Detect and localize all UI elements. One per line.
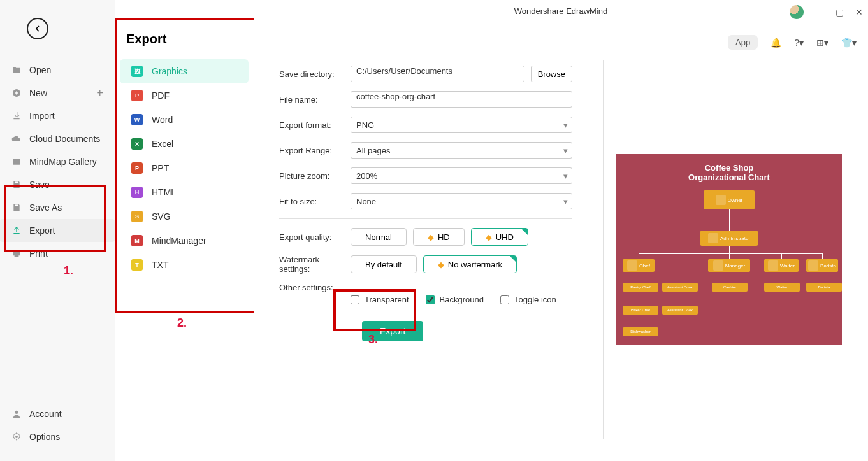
annotation-3: 3. bbox=[368, 333, 378, 346]
annotation-box-1 bbox=[4, 185, 106, 252]
user-icon bbox=[11, 409, 22, 419]
quality-uhd[interactable]: ◆UHD bbox=[471, 228, 528, 246]
sidebar-item-gallery[interactable]: MindMap Gallery bbox=[0, 150, 115, 173]
org-pastry-chef: Pastry Chef bbox=[623, 283, 658, 292]
annotation-1: 1. bbox=[64, 264, 73, 278]
browse-button[interactable]: Browse bbox=[531, 66, 572, 82]
help-dropdown[interactable]: ?▾ bbox=[794, 38, 804, 48]
folder-icon bbox=[11, 65, 22, 75]
sidebar-item-import[interactable]: Import bbox=[0, 104, 115, 127]
sidebar-label: New bbox=[29, 88, 47, 98]
sidebar-label: Cloud Documents bbox=[29, 134, 100, 144]
org-dishwasher: Dishwasher bbox=[623, 327, 658, 336]
premium-icon: ◆ bbox=[428, 232, 434, 242]
watermark-none[interactable]: ◆No wartermark bbox=[423, 255, 517, 273]
fit-label: Fit to size: bbox=[279, 197, 351, 206]
plus-circle-icon bbox=[11, 88, 22, 98]
watermark-label: Watermark settings: bbox=[279, 255, 351, 274]
gallery-icon bbox=[11, 157, 22, 167]
back-button[interactable] bbox=[27, 18, 48, 39]
org-asst-cook2: Assistant Cook bbox=[662, 306, 698, 315]
svg-rect-1 bbox=[13, 159, 20, 164]
sidebar-item-options[interactable]: Options bbox=[0, 425, 115, 448]
org-cashier: Cashier bbox=[712, 283, 748, 292]
save-dir-input[interactable]: C:/Users/User/Documents bbox=[351, 66, 524, 82]
chart-subtitle: Organizational Chart bbox=[616, 173, 842, 182]
file-name-input[interactable]: coffee-shop-org-chart bbox=[351, 91, 572, 108]
add-icon[interactable]: + bbox=[96, 87, 103, 100]
watermark-default[interactable]: By default bbox=[351, 255, 417, 273]
sidebar-label: Account bbox=[29, 409, 62, 419]
sidebar-item-open[interactable]: Open bbox=[0, 59, 115, 82]
org-admin: Administrator bbox=[700, 230, 758, 246]
bell-icon[interactable]: 🔔 bbox=[770, 38, 781, 48]
save-dir-label: Save directory: bbox=[279, 69, 351, 79]
premium-icon: ◆ bbox=[438, 260, 444, 269]
sidebar-item-cloud[interactable]: Cloud Documents bbox=[0, 127, 115, 150]
org-waiter: Waiter bbox=[764, 259, 799, 272]
import-icon bbox=[11, 111, 22, 121]
main-area: Wondershare EdrawMind — ▢ ✕ App 🔔 ?▾ ⊞▾ … bbox=[254, 0, 868, 461]
sidebar-label: Options bbox=[29, 432, 60, 442]
sidebar-label: Import bbox=[29, 111, 55, 121]
file-name-label: File name: bbox=[279, 95, 351, 104]
fit-select[interactable]: None bbox=[351, 193, 572, 209]
preview-image: Coffee Shop Organizational Chart Owner A… bbox=[616, 154, 842, 345]
close-button[interactable]: ✕ bbox=[855, 7, 863, 17]
zoom-select[interactable]: 200% bbox=[351, 167, 572, 184]
app-button[interactable]: App bbox=[728, 35, 758, 50]
gear-icon bbox=[11, 432, 22, 442]
zoom-label: Picture zoom: bbox=[279, 171, 351, 181]
premium-icon: ◆ bbox=[486, 232, 492, 242]
sidebar-label: Open bbox=[29, 65, 51, 75]
org-barista: Barista bbox=[806, 259, 838, 272]
svg-rect-2 bbox=[15, 181, 18, 183]
annotation-box-3 bbox=[333, 289, 416, 331]
chk-toggle[interactable]: Toggle icon bbox=[500, 295, 556, 304]
arrow-left-icon bbox=[33, 24, 43, 34]
chk-background[interactable]: Background bbox=[426, 295, 484, 304]
app-title: Wondershare EdrawMind bbox=[254, 0, 868, 16]
left-sidebar: Open New + Import Cloud Documents MindMa… bbox=[0, 0, 115, 461]
svg-point-5 bbox=[15, 436, 18, 438]
sidebar-item-account[interactable]: Account bbox=[0, 402, 115, 425]
range-label: Export Range: bbox=[279, 146, 351, 155]
export-panel: Export 🖼 Graphics P PDF W Word X Excel P… bbox=[115, 0, 254, 461]
org-waiter2: Waiter bbox=[764, 283, 800, 292]
preview-pane: Coffee Shop Organizational Chart Owner A… bbox=[603, 60, 855, 439]
org-barista2: Barista bbox=[806, 283, 842, 292]
org-baker-chef: Baker Chef bbox=[623, 306, 658, 315]
org-asst-cook: Assistant Cook bbox=[662, 283, 698, 292]
export-form: Save directory: C:/Users/User/Documents … bbox=[279, 66, 572, 341]
annotation-box-2 bbox=[115, 18, 261, 313]
divider bbox=[279, 218, 572, 219]
quality-label: Export quality: bbox=[279, 232, 351, 242]
range-select[interactable]: All pages bbox=[351, 142, 572, 159]
quality-normal[interactable]: Normal bbox=[351, 228, 407, 246]
quality-hd[interactable]: ◆HD bbox=[413, 228, 465, 246]
cloud-icon bbox=[11, 134, 22, 144]
svg-point-4 bbox=[15, 411, 18, 414]
org-owner: Owner bbox=[704, 190, 755, 209]
maximize-button[interactable]: ▢ bbox=[835, 7, 844, 17]
org-manager: Manager bbox=[708, 259, 750, 272]
chart-title: Coffee Shop bbox=[616, 163, 842, 173]
avatar[interactable] bbox=[790, 5, 804, 19]
apps-dropdown[interactable]: ⊞▾ bbox=[816, 38, 828, 48]
org-chef: Chef bbox=[623, 259, 655, 272]
annotation-2: 2. bbox=[177, 316, 187, 330]
sidebar-item-new[interactable]: New + bbox=[0, 82, 115, 104]
minimize-button[interactable]: — bbox=[815, 7, 824, 17]
format-select[interactable]: PNG bbox=[351, 117, 572, 133]
shirt-dropdown[interactable]: 👕▾ bbox=[841, 38, 857, 48]
format-label: Export format: bbox=[279, 120, 351, 130]
sidebar-label: MindMap Gallery bbox=[29, 157, 97, 167]
